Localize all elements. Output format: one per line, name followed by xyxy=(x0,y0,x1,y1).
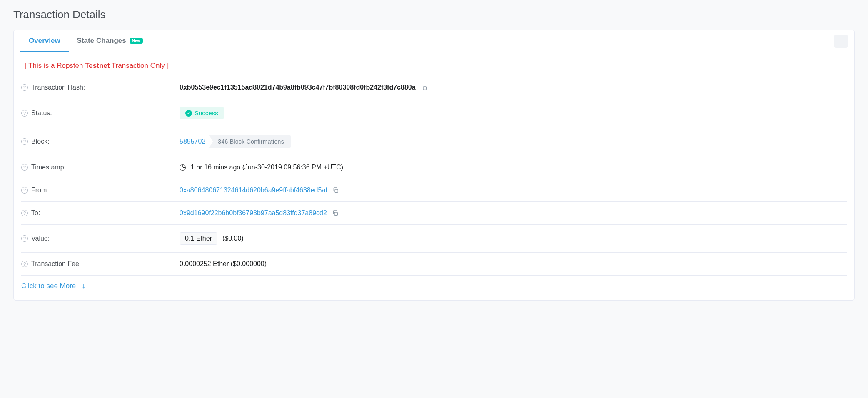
copy-icon[interactable] xyxy=(332,187,339,194)
tabs-bar: Overview State Changes New ⋮ xyxy=(14,30,854,52)
block-link[interactable]: 5895702 xyxy=(180,138,205,145)
row-status: ? Status: ✓ Success xyxy=(21,99,847,127)
help-icon[interactable]: ? xyxy=(21,84,28,91)
status-badge: ✓ Success xyxy=(180,107,224,119)
status-text: Success xyxy=(195,109,218,117)
svg-rect-1 xyxy=(335,189,338,192)
confirmations-tag: 346 Block Confirmations xyxy=(209,135,291,148)
row-value: ? Value: 0.1 Ether ($0.00) xyxy=(21,225,847,253)
row-block: ? Block: 5895702 346 Block Confirmations xyxy=(21,127,847,156)
tab-state-changes-label: State Changes xyxy=(77,37,126,45)
copy-icon[interactable] xyxy=(332,210,339,216)
notice-suffix: Transaction Only ] xyxy=(110,62,169,70)
value-fee: 0.0000252 Ether ($0.000000) xyxy=(180,260,267,268)
label-fee: Transaction Fee: xyxy=(31,260,81,268)
label-status: Status: xyxy=(31,109,52,117)
help-icon[interactable]: ? xyxy=(21,210,28,216)
notice-bold: Testnet xyxy=(85,62,110,70)
help-icon[interactable]: ? xyxy=(21,261,28,267)
help-icon[interactable]: ? xyxy=(21,164,28,171)
see-more-link[interactable]: Click to see More ↓ xyxy=(21,276,847,290)
label-timestamp: Timestamp: xyxy=(31,164,66,171)
help-icon[interactable]: ? xyxy=(21,110,28,117)
more-options-button[interactable]: ⋮ xyxy=(834,35,848,48)
check-circle-icon: ✓ xyxy=(185,110,192,117)
svg-rect-2 xyxy=(334,212,337,215)
to-address-link[interactable]: 0x9d1690f22b6b0bf36793b97aa5d83ffd37a89c… xyxy=(180,209,327,217)
tab-overview[interactable]: Overview xyxy=(20,30,69,52)
tab-overview-label: Overview xyxy=(29,37,60,45)
help-icon[interactable]: ? xyxy=(21,187,28,194)
value-chip: 0.1 Ether xyxy=(180,232,217,245)
help-icon[interactable]: ? xyxy=(21,235,28,242)
row-txhash: ? Transaction Hash: 0xb0553e9ec1f13515ad… xyxy=(21,76,847,99)
details-card: Overview State Changes New ⋮ [ This is a… xyxy=(13,30,855,301)
label-to: To: xyxy=(31,209,40,217)
row-timestamp: ? Timestamp: 1 hr 16 mins ago (Jun-30-20… xyxy=(21,156,847,179)
value-txhash: 0xb0553e9ec1f13515ad8021d74b9a8fb093c47f… xyxy=(180,84,416,91)
label-value: Value: xyxy=(31,235,50,242)
value-usd: ($0.00) xyxy=(222,235,244,242)
arrow-down-icon: ↓ xyxy=(82,281,85,290)
new-badge: New xyxy=(130,38,143,44)
row-from: ? From: 0xa806480671324614d620b6a9e9ffab… xyxy=(21,179,847,202)
label-from: From: xyxy=(31,187,49,194)
from-address-link[interactable]: 0xa806480671324614d620b6a9e9ffabf4638ed5… xyxy=(180,187,327,194)
row-fee: ? Transaction Fee: 0.0000252 Ether ($0.0… xyxy=(21,253,847,276)
help-icon[interactable]: ? xyxy=(21,138,28,145)
label-txhash: Transaction Hash: xyxy=(31,84,85,91)
testnet-notice: [ This is a Ropsten Testnet Transaction … xyxy=(21,54,847,76)
notice-prefix: [ This is a Ropsten xyxy=(25,62,85,70)
tab-state-changes[interactable]: State Changes New xyxy=(69,30,152,52)
vertical-dots-icon: ⋮ xyxy=(837,37,845,46)
see-more-label: Click to see More xyxy=(21,282,76,290)
value-timestamp: 1 hr 16 mins ago (Jun-30-2019 09:56:36 P… xyxy=(191,164,343,171)
svg-rect-0 xyxy=(423,87,426,90)
page-title: Transaction Details xyxy=(13,8,855,21)
clock-icon xyxy=(180,164,186,171)
row-to: ? To: 0x9d1690f22b6b0bf36793b97aa5d83ffd… xyxy=(21,202,847,225)
label-block: Block: xyxy=(31,138,50,145)
copy-icon[interactable] xyxy=(421,84,427,91)
